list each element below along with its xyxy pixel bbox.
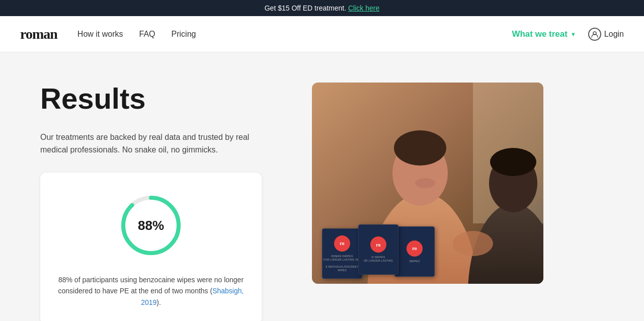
- svg-point-12: [453, 231, 493, 256]
- login-button[interactable]: Login: [588, 28, 624, 41]
- nav-right: What we treat ▼ Login: [512, 28, 624, 41]
- login-label: Login: [604, 30, 624, 39]
- product-logo-3: ro: [407, 240, 423, 257]
- svg-point-8: [415, 178, 435, 188]
- user-icon: [588, 28, 601, 41]
- what-we-treat-menu[interactable]: What we treat ▼: [512, 29, 576, 39]
- stat-description: 88% of participants using benzocaine wip…: [56, 274, 246, 308]
- svg-point-7: [394, 130, 446, 166]
- percentage-label: 88%: [138, 217, 164, 233]
- progress-circle: 88%: [118, 193, 184, 258]
- hero-subtitle: Our treatments are backed by real data a…: [40, 131, 252, 156]
- product-label-2: N SWIPESOR LONGER-LASTING: [364, 256, 393, 263]
- product-box-3: ro SWIPES: [394, 226, 435, 277]
- page-title: Results: [40, 83, 292, 115]
- svg-point-11: [490, 148, 536, 176]
- hero-image: ro ROMAN SWIPESFOR LONGER-LASTING SEX8 I…: [312, 83, 543, 284]
- logo[interactable]: roman: [20, 26, 57, 42]
- top-banner: Get $15 Off ED treatment. Click here: [0, 0, 644, 16]
- product-box-1: ro ROMAN SWIPESFOR LONGER-LASTING SEX8 I…: [322, 228, 362, 279]
- stat-description-end: ).: [156, 298, 161, 306]
- nav-how-it-works[interactable]: How it works: [77, 30, 123, 39]
- chart-container: 88%: [56, 193, 246, 258]
- photo-background: ro ROMAN SWIPESFOR LONGER-LASTING SEX8 I…: [312, 83, 543, 284]
- product-label-1: ROMAN SWIPESFOR LONGER-LASTING SEX8 INDI…: [323, 255, 362, 272]
- stat-card: 88% 88% of participants using benzocaine…: [40, 173, 262, 321]
- nav-faq[interactable]: FAQ: [139, 30, 155, 39]
- nav-pricing[interactable]: Pricing: [172, 30, 196, 39]
- left-section: Results Our treatments are backed by rea…: [40, 83, 312, 321]
- banner-link[interactable]: Click here: [348, 4, 379, 12]
- banner-text: Get $15 Off ED treatment.: [265, 4, 348, 12]
- product-logo-1: ro: [334, 235, 350, 252]
- what-we-treat-label: What we treat: [512, 29, 568, 39]
- main-content: Results Our treatments are backed by rea…: [0, 52, 644, 321]
- product-label-3: SWIPES: [409, 260, 420, 263]
- navigation: roman How it works FAQ Pricing What we t…: [0, 16, 644, 52]
- product-box-2: ro N SWIPESOR LONGER-LASTING: [358, 224, 398, 275]
- product-logo-2: ro: [370, 236, 386, 253]
- nav-links: How it works FAQ Pricing: [77, 30, 196, 39]
- chevron-down-icon: ▼: [571, 31, 576, 37]
- product-boxes: ro ROMAN SWIPESFOR LONGER-LASTING SEX8 I…: [322, 228, 431, 279]
